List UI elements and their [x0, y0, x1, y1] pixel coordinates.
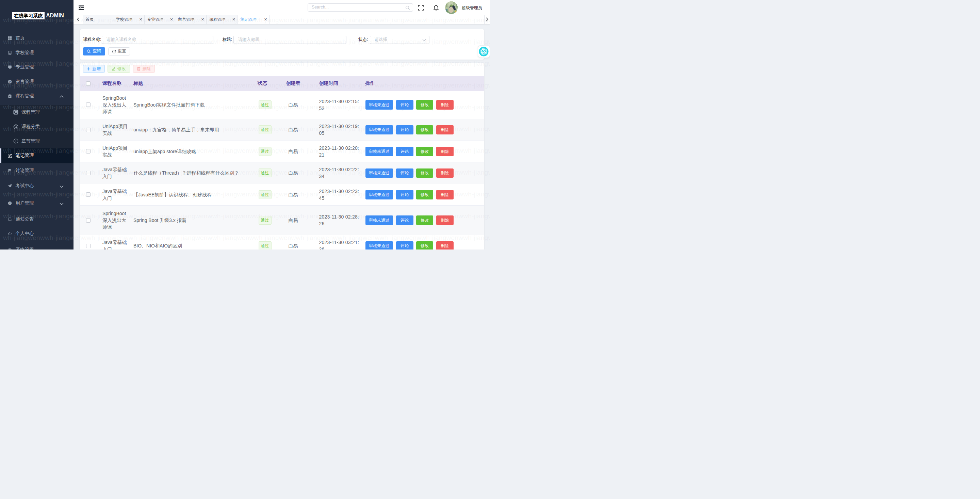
svg-text:?: ? [9, 80, 11, 83]
